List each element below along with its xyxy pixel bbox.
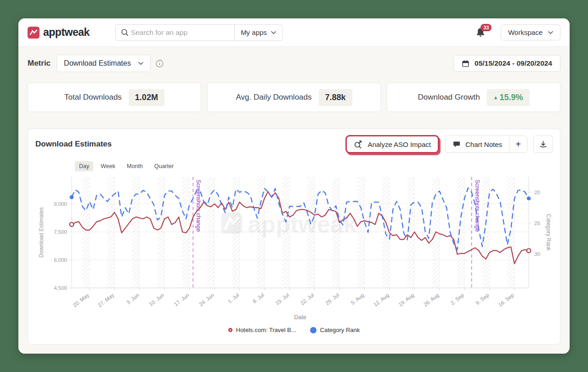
chart-notes-button[interactable]: Chart Notes: [446, 136, 509, 152]
x-tick-label: 5. Aug: [350, 292, 365, 306]
add-chart-note-button[interactable]: +: [509, 136, 527, 152]
y-axis-left-title: Download Estimates: [38, 207, 45, 257]
x-tick-label: 3. Jun: [125, 292, 140, 305]
filled-circle-marker-icon: [310, 327, 317, 333]
y-right-tick-label: 25: [534, 220, 540, 226]
workspace-label: Workspace: [508, 28, 543, 36]
metric-bar: Metric Download Estimates 05/15/2024 - 0…: [28, 54, 560, 73]
page: { "nav": { "brand": "apptweak", "search_…: [0, 0, 588, 372]
date-range-value: 05/15/2024 - 09/20/2024: [475, 59, 552, 68]
metric-selected-value: Download Estimates: [64, 59, 131, 68]
date-range-picker[interactable]: 05/15/2024 - 09/20/2024: [453, 55, 560, 72]
analyze-aso-impact-button[interactable]: Analyze ASO Impact: [345, 135, 439, 153]
x-tick-label: 10. Jun: [148, 292, 165, 307]
info-icon[interactable]: [156, 60, 164, 68]
my-apps-dropdown[interactable]: My apps: [234, 25, 282, 40]
chart-legend: Hotels.com: Travel B... Category Rank: [28, 327, 560, 333]
x-tick-label: 8. Jul: [252, 292, 265, 304]
chart-notes-group: Chart Notes +: [445, 135, 527, 153]
downloads-chart[interactable]: 20. May27. May3. Jun10. Jun17. Jun24. Ju…: [28, 173, 561, 326]
notifications-button[interactable]: 33: [475, 27, 487, 39]
apptweak-logo-icon: [28, 27, 40, 39]
svg-text:apptweak: apptweak: [248, 211, 357, 237]
x-tick-label: 15. Jul: [274, 292, 290, 306]
x-tick-label: 9. Sep: [475, 292, 490, 306]
granularity-tabs: Day Week Month Quarter: [75, 161, 560, 171]
x-tick-label: 26. Aug: [423, 292, 440, 307]
tab-day[interactable]: Day: [75, 161, 93, 171]
apptweak-logo[interactable]: apptweak: [28, 26, 90, 39]
x-axis-title: Date: [294, 314, 306, 321]
stat-card-total-downloads: Total Downloads 1.02M: [28, 83, 201, 112]
weekend-band: [407, 177, 415, 288]
weekend-band: [458, 177, 465, 288]
search-input[interactable]: [131, 28, 234, 37]
analyze-magnifier-icon: [354, 140, 363, 149]
chevron-down-icon: [271, 31, 276, 34]
stat-value: 1.02M: [129, 89, 164, 106]
legend-label: Category Rank: [320, 327, 360, 333]
y-right-tick-label: 20: [534, 190, 540, 195]
weekend-band: [482, 177, 490, 288]
chart-title: Download Estimates: [35, 140, 112, 149]
legend-label: Hotels.com: Travel B...: [236, 327, 296, 333]
weekend-band: [132, 177, 140, 288]
export-chart-button[interactable]: [533, 135, 553, 153]
metric-select[interactable]: Download Estimates: [57, 55, 151, 72]
legend-item-downloads[interactable]: Hotels.com: Travel B...: [228, 327, 296, 333]
series-endpoint-marker: [70, 195, 74, 199]
series-endpoint-marker: [527, 248, 531, 253]
my-apps-label: My apps: [241, 28, 267, 36]
y-axis-right-title: Category Rank: [545, 214, 552, 251]
metric-label: Metric: [28, 59, 51, 68]
apptweak-watermark: apptweak: [221, 211, 357, 237]
notification-badge: 33: [481, 24, 492, 31]
x-tick-label: 2. Sep: [450, 292, 465, 306]
stat-card-download-growth: Download Growth ▲15.9%: [387, 83, 560, 112]
search-icon: [116, 28, 131, 37]
download-estimates-card: Download Estimates Analyze ASO Impact: [28, 129, 560, 344]
tab-month[interactable]: Month: [123, 161, 147, 171]
x-tick-label: 16. Sep: [498, 292, 515, 308]
calendar-icon: [462, 60, 469, 68]
brand-name: apptweak: [43, 26, 90, 39]
x-tick-label: 12. Aug: [373, 292, 390, 307]
stat-card-avg-daily-downloads: Avg. Daily Downloads 7.88k: [207, 83, 381, 112]
chart-notes-label: Chart Notes: [465, 141, 502, 148]
x-tick-label: 29. Jul: [324, 292, 340, 306]
chart-actions: Analyze ASO Impact Chart Notes +: [345, 135, 553, 153]
y-left-tick-label: 9,000: [54, 201, 67, 207]
weekend-band: [107, 177, 115, 288]
legend-item-category-rank[interactable]: Category Rank: [310, 327, 360, 333]
stat-label: Download Growth: [418, 93, 480, 102]
workspace-dropdown[interactable]: Workspace: [501, 24, 560, 40]
series-endpoint-marker: [527, 197, 531, 201]
speech-bubble-icon: [452, 140, 461, 148]
navbar-right: 33 Workspace: [475, 24, 560, 40]
y-left-tick-label: 4,500: [54, 285, 67, 291]
up-arrow-icon: ▲: [493, 95, 498, 100]
x-tick-label: 24. Jun: [198, 292, 215, 307]
tab-quarter[interactable]: Quarter: [150, 161, 178, 171]
stats-row: Total Downloads 1.02M Avg. Daily Downloa…: [28, 83, 560, 112]
weekend-band: [507, 177, 514, 288]
x-tick-label: 20. May: [72, 292, 90, 308]
weekend-band: [357, 177, 365, 288]
y-left-tick-label: 7,500: [54, 229, 67, 235]
chevron-down-icon: [138, 62, 143, 65]
stat-value: 7.88k: [319, 89, 352, 106]
series-endpoint-marker: [70, 222, 74, 226]
open-circle-marker-icon: [228, 328, 232, 332]
chevron-down-icon: [548, 31, 553, 34]
weekend-band: [82, 177, 90, 288]
x-tick-label: 17. Jun: [173, 292, 190, 307]
stat-label: Avg. Daily Downloads: [236, 93, 311, 102]
download-icon: [539, 140, 548, 149]
tab-week[interactable]: Week: [96, 161, 119, 171]
weekend-band: [158, 177, 165, 288]
page-content: Metric Download Estimates 05/15/2024 - 0…: [18, 47, 570, 354]
stat-value-growth: ▲15.9%: [487, 89, 530, 106]
x-tick-label: 27. May: [97, 292, 115, 308]
analyze-button-label: Analyze ASO Impact: [368, 141, 431, 148]
screenshots-change-label: Screenshots change: [474, 180, 481, 232]
